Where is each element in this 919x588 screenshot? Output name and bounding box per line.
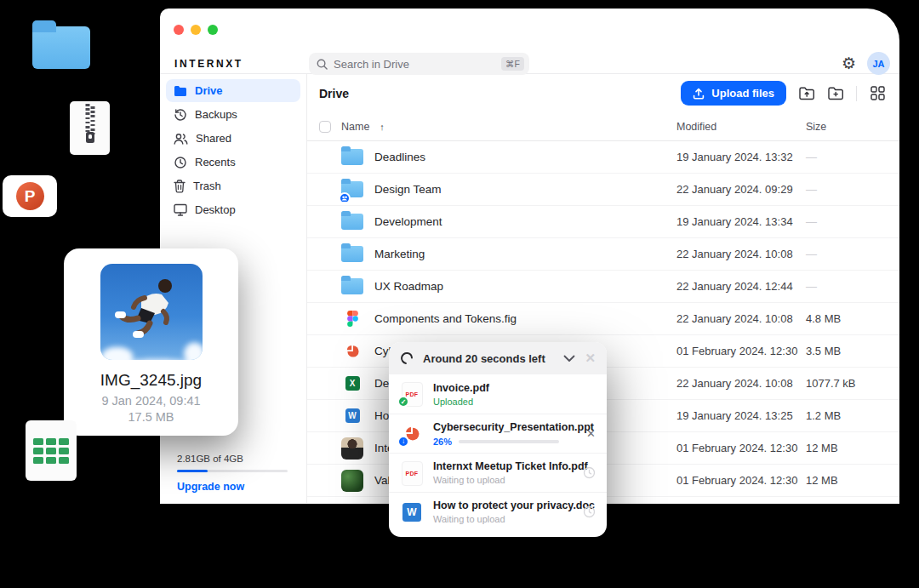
column-modified[interactable]: Modified <box>676 121 806 133</box>
storage-bar-fill <box>177 470 208 472</box>
upload-popup-header: Around 20 seconds left ✕ <box>389 342 607 374</box>
image-date: 9 Jan 2024, 09:41 <box>64 394 238 408</box>
internxt-logo: INTERNXT <box>174 58 243 70</box>
folder-plus-icon <box>828 87 844 100</box>
upload-item-name: Invoice.pdf <box>433 382 596 394</box>
uploading-arrow-icon: ↓ <box>397 436 409 448</box>
sidebar-item-shared[interactable]: Shared <box>166 127 300 150</box>
folder-icon <box>341 214 363 230</box>
upload-item: W How to protect your privacy.doc Waitin… <box>389 492 607 531</box>
upload-item: PDF ✓ Invoice.pdf Uploaded <box>389 374 607 414</box>
new-folder-button[interactable] <box>827 85 844 102</box>
storage-bar <box>177 470 288 472</box>
table-row[interactable]: UX Roadmap 22 January 2024. 12:44 — <box>307 271 899 303</box>
sidebar-item-drive[interactable]: Drive <box>166 79 300 102</box>
settings-gear-icon[interactable]: ⚙ <box>842 55 858 71</box>
list-header: Name ↑ Modified Size <box>307 112 899 141</box>
clouds <box>100 329 203 360</box>
upload-item-status: Waiting to upload <box>433 514 574 524</box>
upload-item-name: How to protect your privacy.doc <box>433 500 574 511</box>
sidebar-item-desktop[interactable]: Desktop <box>166 198 300 221</box>
shared-users-icon <box>174 133 188 145</box>
photo-thumbnail <box>100 264 203 360</box>
image-preview-card: IMG_3245.jpg 9 Jan 2024, 09:41 17.5 MB <box>64 248 238 436</box>
table-row[interactable]: Design Team 22 January 2024. 09:29 — <box>307 174 899 206</box>
upload-icon <box>693 88 705 100</box>
word-icon: W <box>345 408 360 423</box>
zipper-pull-icon <box>86 132 94 143</box>
stage: IMG_3245.jpg 9 Jan 2024, 09:41 17.5 MB I… <box>0 0 919 588</box>
photo-thumbnail <box>341 437 363 460</box>
upload-eta-label: Around 20 seconds left <box>423 352 554 365</box>
upload-folder-button[interactable] <box>798 85 815 102</box>
grid-view-icon <box>870 86 885 100</box>
recents-clock-icon <box>174 156 187 169</box>
search-bar[interactable]: ⌘F <box>309 53 529 75</box>
folder-icon <box>174 85 187 97</box>
image-size: 17.5 MB <box>64 410 238 424</box>
uploaded-check-icon: ✓ <box>397 396 409 408</box>
storage-usage-label: 2.81GB of 4GB <box>177 454 289 464</box>
desktop-icon <box>174 203 187 216</box>
close-popup-icon[interactable]: ✕ <box>585 351 596 366</box>
image-filename: IMG_3245.jpg <box>64 371 238 390</box>
toolbar-divider <box>856 86 857 101</box>
zoom-window-button[interactable] <box>208 25 218 35</box>
search-shortcut-badge: ⌘F <box>501 57 524 71</box>
chevron-down-icon[interactable] <box>563 355 575 363</box>
window-topbar: INTERNXT ⌘F ⚙ JA <box>160 9 899 74</box>
upload-item: PDF Internxt Meetup Ticket Info.pdf Wait… <box>389 453 607 492</box>
table-row[interactable]: Components and Tokens.fig 22 January 202… <box>307 303 899 335</box>
sidebar-item-recents[interactable]: Recents <box>166 151 300 174</box>
word-icon: W <box>402 503 421 522</box>
powerpoint-pie-icon <box>345 344 360 358</box>
page-title: Drive <box>319 87 349 100</box>
spinner-icon <box>400 351 414 365</box>
upload-item-status: Waiting to upload <box>433 475 574 485</box>
column-name[interactable]: Name <box>341 121 369 133</box>
upload-item-name: Internxt Meetup Ticket Info.pdf <box>433 460 574 472</box>
floating-spreadsheet-icon <box>26 420 77 481</box>
zipper-icon <box>85 104 94 132</box>
pdf-icon: PDF <box>402 461 423 486</box>
sidebar-item-label: Drive <box>195 84 223 97</box>
upload-progress-popup: Around 20 seconds left ✕ PDF ✓ Invoice.p… <box>389 342 607 537</box>
sidebar-item-label: Recents <box>195 156 236 168</box>
floating-folder-icon <box>32 26 90 69</box>
floating-powerpoint-icon <box>3 175 57 217</box>
select-all-checkbox[interactable] <box>319 121 331 133</box>
table-row[interactable]: Marketing 22 January 2024. 10:08 — <box>307 238 899 271</box>
floating-zip-icon <box>70 101 110 155</box>
close-window-button[interactable] <box>174 25 184 35</box>
avatar[interactable]: JA <box>867 52 890 75</box>
grid-view-button[interactable] <box>869 85 886 102</box>
sidebar-item-label: Trash <box>193 180 221 192</box>
folder-upload-icon <box>799 87 815 100</box>
cancel-upload-icon[interactable]: ✕ <box>586 427 596 440</box>
shared-badge-icon <box>339 192 351 202</box>
upload-files-button[interactable]: Upload files <box>681 81 786 106</box>
minimize-window-button[interactable] <box>191 25 201 35</box>
table-row[interactable]: Development 19 January 2024. 13:34 — <box>307 206 899 238</box>
table-row[interactable]: Deadlines 19 January 2024. 13:32 — <box>307 141 899 174</box>
folder-icon <box>341 246 363 262</box>
window-controls <box>174 25 218 35</box>
upload-percent-label: 26% <box>433 437 452 447</box>
search-input[interactable] <box>334 58 495 71</box>
upload-item: ↓ Cybersecurity_Presentation.ppt 26% ✕ <box>389 414 607 453</box>
trash-icon <box>174 180 186 193</box>
upload-files-label: Upload files <box>711 87 774 100</box>
upload-progress-bar <box>459 440 559 443</box>
sidebar-item-backups[interactable]: Backups <box>166 103 300 126</box>
folder-icon <box>341 149 363 165</box>
waiting-clock-icon <box>583 505 596 518</box>
sort-arrow-icon[interactable]: ↑ <box>380 122 385 132</box>
column-size[interactable]: Size <box>806 121 899 133</box>
figma-icon <box>347 311 358 327</box>
upload-item-name: Cybersecurity_Presentation.ppt <box>433 421 577 433</box>
upgrade-now-link[interactable]: Upgrade now <box>177 481 289 493</box>
sidebar-item-label: Backups <box>195 108 237 121</box>
powerpoint-logo-icon <box>16 182 44 210</box>
sidebar-item-label: Shared <box>196 132 231 145</box>
sidebar-item-trash[interactable]: Trash <box>166 174 300 197</box>
